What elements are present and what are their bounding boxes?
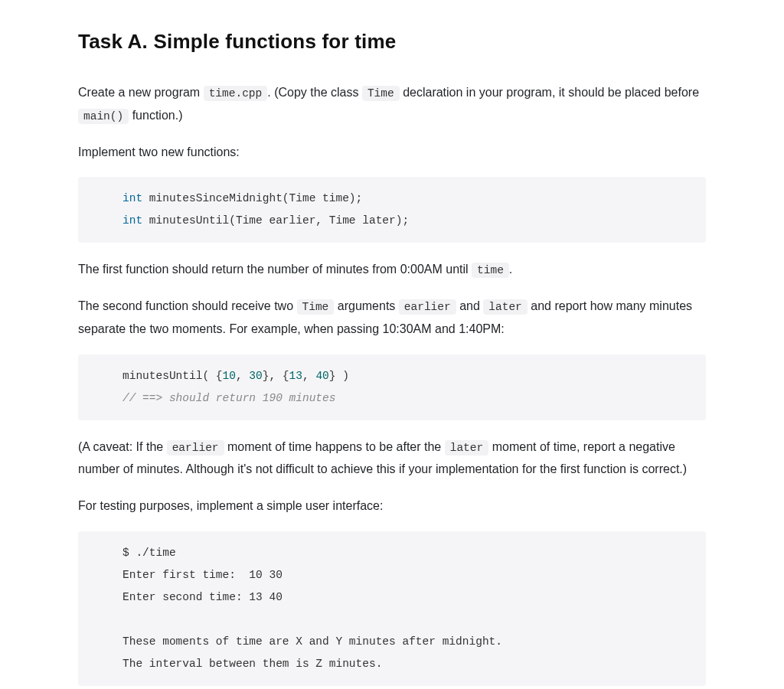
text: (A caveat: If the [78, 440, 167, 453]
code-inline-later: later [445, 440, 489, 456]
paragraph-caveat: (A caveat: If the earlier moment of time… [78, 436, 706, 481]
text: The second function should receive two [78, 299, 297, 312]
code-text: minutesSinceMidnight(Time time); [142, 192, 362, 204]
text: . (Copy the class [267, 86, 362, 99]
code-inline-earlier: earlier [399, 299, 456, 315]
code-inline-time-arg: time [472, 263, 509, 278]
text: declaration in your program, it should b… [400, 86, 699, 99]
paragraph-first-fn: The first function should return the num… [78, 258, 706, 281]
code-block-example: minutesUntil( {10, 30}, {13, 40} ) // ==… [78, 354, 706, 420]
code-number: 30 [249, 370, 262, 382]
code-inline-time-class: Time [362, 86, 400, 101]
text: . [509, 263, 512, 276]
code-number: 40 [315, 370, 328, 382]
code-inline-time-cpp: time.cpp [204, 86, 268, 101]
code-block-terminal: $ ./time Enter first time: 10 30 Enter s… [78, 531, 706, 686]
code-text: minutesUntil(Time earlier, Time later); [142, 214, 409, 227]
paragraph-second-fn: The second function should receive two T… [78, 295, 706, 340]
text: moment of time happens to be after the [224, 440, 445, 453]
code-inline-time-type: Time [297, 299, 335, 315]
task-heading: Task A. Simple functions for time [78, 24, 706, 58]
code-text: }, { [263, 370, 289, 382]
text: function.) [129, 109, 182, 122]
code-number: 10 [223, 370, 236, 382]
code-text: , [302, 370, 315, 382]
code-text: minutesUntil( { [122, 370, 223, 382]
code-block-signatures: int minutesSinceMidnight(Time time); int… [78, 177, 706, 243]
code-inline-later: later [483, 299, 528, 315]
text: arguments [334, 299, 398, 312]
text: The first function should return the num… [78, 263, 472, 276]
code-keyword: int [122, 214, 142, 227]
code-number: 13 [289, 370, 302, 382]
code-text: } ) [329, 370, 349, 382]
paragraph-implement: Implement two new functions: [78, 141, 706, 164]
code-text: , [236, 370, 249, 382]
paragraph-testing: For testing purposes, implement a simple… [78, 495, 706, 518]
text: Create a new program [78, 86, 204, 99]
paragraph-intro: Create a new program time.cpp. (Copy the… [78, 81, 706, 127]
text: and [456, 299, 484, 312]
code-inline-earlier: earlier [167, 440, 224, 456]
code-keyword: int [122, 192, 142, 204]
task-document: Task A. Simple functions for time Create… [32, 0, 752, 689]
code-comment: // ==> should return 190 minutes [122, 392, 335, 404]
code-inline-main: main() [78, 109, 129, 124]
